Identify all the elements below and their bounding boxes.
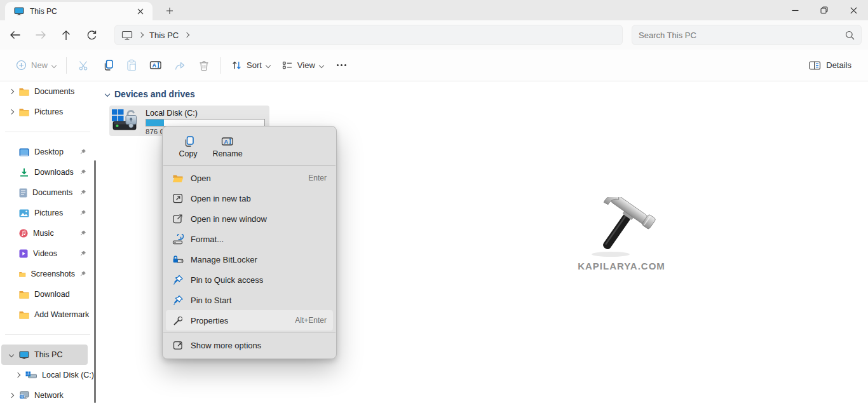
- watermark-text: KAPILARYA.COM: [567, 261, 675, 271]
- menu-item-label: Format...: [191, 235, 327, 244]
- chevron-right-icon[interactable]: [9, 109, 14, 114]
- rename-icon: A: [149, 59, 162, 71]
- quick-action-label: Rename: [212, 149, 242, 158]
- menu-item-open-in-new-tab[interactable]: Open in new tab: [166, 188, 333, 208]
- refresh-button[interactable]: [80, 24, 103, 46]
- search-input[interactable]: [639, 31, 845, 40]
- trash-icon: [198, 60, 210, 71]
- folder-icon: [19, 108, 29, 116]
- menu-item-open-in-new-window[interactable]: Open in new window: [166, 208, 333, 229]
- new-button[interactable]: New: [10, 54, 62, 77]
- sidebar-item-pictures[interactable]: Pictures: [0, 203, 97, 223]
- breadcrumb-location[interactable]: This PC: [149, 31, 179, 40]
- sidebar-item-downloads[interactable]: Downloads: [0, 162, 97, 182]
- sidebar-item-desktop[interactable]: Desktop: [0, 142, 97, 162]
- menu-separator: [163, 332, 336, 333]
- sidebar-item-label: Pictures: [34, 208, 63, 217]
- sidebar-item-screenshots[interactable]: Screenshots: [0, 264, 97, 284]
- svg-text:A: A: [224, 139, 229, 145]
- menu-item-manage-bitlocker[interactable]: Manage BitLocker: [166, 249, 333, 270]
- open-new-window-icon: [172, 213, 184, 224]
- minimize-button[interactable]: [780, 0, 810, 20]
- delete-button[interactable]: [192, 54, 216, 77]
- menu-item-label: Pin to Start: [191, 296, 327, 305]
- share-button[interactable]: [168, 54, 192, 77]
- group-header-devices-and-drives[interactable]: Devices and drives: [105, 86, 868, 102]
- menu-item-pin-to-quick-access[interactable]: Pin to Quick access: [166, 270, 333, 290]
- chevron-right-icon[interactable]: [15, 372, 20, 378]
- details-pane-button[interactable]: Details: [803, 54, 858, 77]
- sidebar-item-add-watermark[interactable]: Add Watermark: [0, 304, 97, 325]
- breadcrumb-chevron: [184, 32, 189, 38]
- address-bar[interactable]: This PC: [114, 25, 623, 45]
- copy-button[interactable]: [95, 54, 119, 77]
- chevron-down-icon[interactable]: [105, 92, 110, 97]
- menu-item-label: Properties: [191, 316, 288, 325]
- context-menu: Copy A Rename Open Enter: [162, 126, 337, 359]
- restore-button[interactable]: [810, 0, 839, 20]
- sidebar-item-label: Network: [34, 391, 64, 400]
- search-box[interactable]: [632, 25, 862, 45]
- rename-button[interactable]: A: [144, 54, 168, 77]
- new-plus-icon: [16, 60, 27, 71]
- window-body: Documents Pictures Desktop: [0, 81, 868, 403]
- sort-button[interactable]: Sort: [226, 54, 276, 77]
- tab-this-pc[interactable]: This PC: [5, 2, 153, 20]
- chevron-down-icon[interactable]: [9, 352, 14, 357]
- chevron-down-icon: [51, 62, 57, 67]
- view-button[interactable]: View: [276, 54, 329, 77]
- sidebar-item-videos[interactable]: Videos: [0, 243, 97, 264]
- back-button[interactable]: [4, 24, 27, 46]
- sidebar-item-label: This PC: [34, 350, 62, 359]
- menu-item-format[interactable]: Format...: [166, 229, 333, 249]
- sidebar-item-label: Downloads: [34, 168, 74, 177]
- sidebar-item-documents-quick[interactable]: Documents: [0, 81, 97, 102]
- toolbar-separator: [66, 57, 67, 74]
- menu-item-show-more-options[interactable]: Show more options: [166, 335, 333, 355]
- close-button[interactable]: [839, 0, 868, 20]
- paste-icon: [126, 59, 137, 71]
- pin-icon: [80, 169, 86, 175]
- forward-button[interactable]: [29, 24, 52, 46]
- chevron-right-icon[interactable]: [9, 89, 14, 94]
- quick-action-label: Copy: [179, 149, 197, 158]
- sidebar-item-this-pc[interactable]: This PC: [1, 345, 88, 365]
- menu-item-label: Manage BitLocker: [191, 255, 327, 264]
- folder-icon: [19, 88, 29, 96]
- quick-action-copy[interactable]: Copy: [170, 133, 206, 161]
- sidebar-divider: [5, 334, 90, 335]
- sidebar-item-network[interactable]: Network: [0, 385, 97, 403]
- sidebar-scrollbar[interactable]: [94, 160, 96, 403]
- desktop-icon: [19, 148, 29, 156]
- sidebar-item-label: Desktop: [34, 147, 64, 156]
- cut-button[interactable]: [71, 54, 95, 77]
- cut-icon: [78, 60, 89, 71]
- network-icon: [19, 391, 29, 400]
- title-bar: This PC: [0, 0, 868, 20]
- sidebar-item-music[interactable]: Music: [0, 223, 97, 243]
- menu-item-pin-to-start[interactable]: Pin to Start: [166, 290, 333, 310]
- tab-close-icon[interactable]: [133, 4, 147, 18]
- details-label: Details: [826, 60, 851, 70]
- sidebar-item-download[interactable]: Download: [0, 284, 97, 304]
- paste-button[interactable]: [119, 54, 144, 77]
- more-options-button[interactable]: [329, 64, 354, 66]
- share-icon: [174, 60, 186, 71]
- new-tab-button[interactable]: [161, 3, 178, 19]
- menu-item-properties[interactable]: Properties Alt+Enter: [166, 310, 333, 331]
- quick-action-rename[interactable]: A Rename: [210, 133, 245, 161]
- sidebar-item-documents[interactable]: Documents: [0, 182, 97, 203]
- menu-item-open[interactable]: Open Enter: [166, 168, 333, 188]
- chevron-right-icon[interactable]: [9, 393, 14, 398]
- folder-icon: [19, 311, 29, 319]
- menu-item-label: Show more options: [191, 341, 327, 350]
- wrench-icon: [173, 315, 184, 326]
- pin-icon: [173, 295, 184, 306]
- sidebar-item-local-disk[interactable]: Local Disk (C:): [0, 365, 97, 385]
- sidebar-item-pictures-quick[interactable]: Pictures: [0, 102, 97, 122]
- sidebar-item-label: Add Watermark: [34, 310, 89, 319]
- svg-text:A: A: [153, 62, 157, 69]
- drive-usage-fill: [146, 120, 164, 126]
- navigation-bar: This PC: [0, 20, 868, 50]
- up-button[interactable]: [55, 24, 78, 46]
